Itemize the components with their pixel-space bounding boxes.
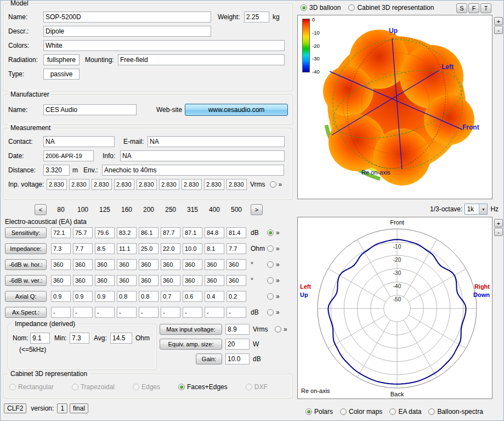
value-cell[interactable]: 360 bbox=[226, 275, 246, 286]
value-cell[interactable]: 360 bbox=[205, 259, 224, 270]
view-button[interactable]: S bbox=[456, 3, 467, 13]
value-cell[interactable]: - bbox=[205, 307, 224, 318]
octave-select[interactable]: 1k ▼ bbox=[465, 204, 488, 215]
ax-spect-button[interactable]: Ax.Spect.: bbox=[5, 307, 47, 318]
view-mode-radio[interactable] bbox=[428, 408, 435, 415]
value-cell[interactable]: 8.1 bbox=[205, 243, 224, 254]
value-cell[interactable]: 87.1 bbox=[183, 227, 202, 238]
view-button[interactable]: T bbox=[480, 3, 491, 13]
value-cell[interactable]: 7.3 bbox=[51, 243, 71, 254]
date-input[interactable]: 2006-APR-19 bbox=[43, 150, 94, 161]
6db-ver-row-radio[interactable] bbox=[267, 277, 274, 284]
view-mode-radio[interactable] bbox=[305, 408, 312, 415]
polar-plot[interactable]: -10 -20 -30 -40 -50 Front Back Re on-axi… bbox=[297, 217, 492, 399]
clf2-badge[interactable]: CLF2 bbox=[4, 403, 26, 413]
polar-zoom-out-button[interactable]: - bbox=[494, 228, 503, 236]
descr-input[interactable]: Dipole bbox=[43, 26, 211, 37]
cabinet-option-radio[interactable] bbox=[246, 384, 252, 390]
sensitivity-button[interactable]: Sensitivity: bbox=[5, 227, 47, 238]
env-input[interactable]: Anechoic to 40ms bbox=[102, 165, 284, 176]
value-cell[interactable]: 0.9 bbox=[73, 291, 93, 302]
view-mode-option[interactable]: EA data bbox=[389, 408, 421, 416]
min-input[interactable]: 7.3 bbox=[70, 333, 89, 344]
value-cell[interactable]: 360 bbox=[205, 275, 224, 286]
ax-spect-expand-chevron[interactable]: » bbox=[276, 309, 280, 316]
value-cell[interactable]: 83.2 bbox=[117, 227, 137, 238]
value-cell[interactable]: 360 bbox=[73, 259, 93, 270]
model-name-input[interactable]: SOP-5200D bbox=[43, 12, 211, 23]
view-mode-option[interactable]: Color maps bbox=[340, 408, 382, 416]
max-voltage-expand-chevron[interactable]: » bbox=[284, 326, 287, 333]
6db-hor-button[interactable]: -6dB w. hor.: bbox=[5, 259, 47, 270]
value-cell[interactable]: - bbox=[73, 307, 93, 318]
contact-input[interactable]: NA bbox=[43, 136, 115, 147]
weight-input[interactable]: 2.25 bbox=[244, 12, 269, 23]
value-cell[interactable]: 79.6 bbox=[95, 227, 115, 238]
cabinet-option[interactable]: Trapezoidal bbox=[72, 383, 115, 391]
value-cell[interactable]: 10.0 bbox=[183, 243, 202, 254]
balloon-zoom-out-button[interactable]: - bbox=[494, 26, 503, 34]
value-cell[interactable]: 360 bbox=[95, 259, 115, 270]
cabinet-option[interactable]: DXF bbox=[246, 383, 268, 391]
value-cell[interactable]: 360 bbox=[226, 259, 246, 270]
cabinet-option[interactable]: Faces+Edges bbox=[178, 383, 228, 391]
equiv-amp-size-button[interactable]: Equiv. amp. size: bbox=[160, 339, 222, 350]
value-cell[interactable]: 360 bbox=[117, 275, 137, 286]
value-cell[interactable]: 0.6 bbox=[183, 291, 202, 302]
6db-hor-expand-chevron[interactable]: » bbox=[276, 261, 280, 268]
impedance-button[interactable]: Impedance: bbox=[5, 243, 47, 254]
voltage-input[interactable]: 2.830 bbox=[137, 179, 157, 190]
status-final-badge[interactable]: final bbox=[70, 403, 88, 413]
value-cell[interactable]: 25.0 bbox=[139, 243, 158, 254]
value-cell[interactable]: 360 bbox=[95, 275, 115, 286]
value-cell[interactable]: 8.5 bbox=[95, 243, 115, 254]
mounting-input[interactable]: Free-field bbox=[118, 54, 285, 65]
value-cell[interactable]: 360 bbox=[183, 259, 202, 270]
cabinet-option-radio[interactable] bbox=[178, 384, 185, 390]
polar-zoom-in-button[interactable]: + bbox=[494, 219, 503, 227]
radio-3d-balloon[interactable] bbox=[301, 4, 307, 11]
band-next-button[interactable]: > bbox=[251, 204, 263, 215]
balloon-3d-plot[interactable]: 0-10-20-30-40 bbox=[297, 15, 492, 199]
max-input-voltage-button[interactable]: Max input voltage: bbox=[160, 324, 222, 335]
distance-input[interactable]: 3.320 bbox=[43, 165, 70, 176]
value-cell[interactable]: - bbox=[117, 307, 137, 318]
value-cell[interactable]: 7.7 bbox=[73, 243, 93, 254]
value-cell[interactable]: 0.7 bbox=[161, 291, 180, 302]
website-button[interactable]: www.cesaudio.com bbox=[185, 104, 288, 116]
voltage-input[interactable]: 2.830 bbox=[182, 179, 202, 190]
value-cell[interactable]: 360 bbox=[51, 275, 71, 286]
cabinet-option-radio[interactable] bbox=[9, 384, 16, 390]
voltage-input[interactable]: 2.830 bbox=[159, 179, 179, 190]
6db-ver-expand-chevron[interactable]: » bbox=[276, 277, 280, 284]
view-mode-radio[interactable] bbox=[389, 408, 396, 415]
value-cell[interactable]: 360 bbox=[183, 275, 202, 286]
info-input[interactable]: NA bbox=[120, 150, 285, 161]
voltage-row-radio[interactable] bbox=[270, 181, 276, 188]
chevron-down-icon[interactable]: ▼ bbox=[479, 204, 487, 214]
value-cell[interactable]: - bbox=[226, 307, 246, 318]
value-cell[interactable]: 72.1 bbox=[51, 227, 71, 238]
value-cell[interactable]: 87.7 bbox=[161, 227, 180, 238]
voltage-expand-chevron[interactable]: » bbox=[279, 181, 282, 188]
radiation-input[interactable]: fullsphere bbox=[43, 54, 80, 65]
balloon-zoom-in-button[interactable]: + bbox=[494, 17, 503, 25]
value-cell[interactable]: 22.0 bbox=[161, 243, 180, 254]
value-cell[interactable]: 0.4 bbox=[205, 291, 224, 302]
value-cell[interactable]: 0.9 bbox=[51, 291, 71, 302]
axial-q-button[interactable]: Axial Q: bbox=[5, 291, 47, 302]
sensitivity-expand-chevron[interactable]: » bbox=[276, 229, 280, 236]
avg-input[interactable]: 14.5 bbox=[110, 333, 132, 344]
axial-q-row-radio[interactable] bbox=[267, 293, 274, 300]
value-cell[interactable]: 11.1 bbox=[117, 243, 137, 254]
value-cell[interactable]: 360 bbox=[139, 275, 158, 286]
view-button[interactable]: F bbox=[468, 3, 479, 13]
view-mode-option[interactable]: Balloon-spectra bbox=[428, 408, 483, 416]
sensitivity-row-radio[interactable] bbox=[267, 229, 274, 236]
value-cell[interactable]: - bbox=[183, 307, 202, 318]
band-prev-button[interactable]: < bbox=[35, 204, 47, 215]
axial-q-expand-chevron[interactable]: » bbox=[276, 293, 280, 300]
balloon-canvas[interactable]: Up Left Front Re on-axis bbox=[298, 15, 492, 199]
value-cell[interactable]: 7.7 bbox=[226, 243, 246, 254]
manufacturer-name-input[interactable]: CES Audio bbox=[43, 104, 137, 115]
